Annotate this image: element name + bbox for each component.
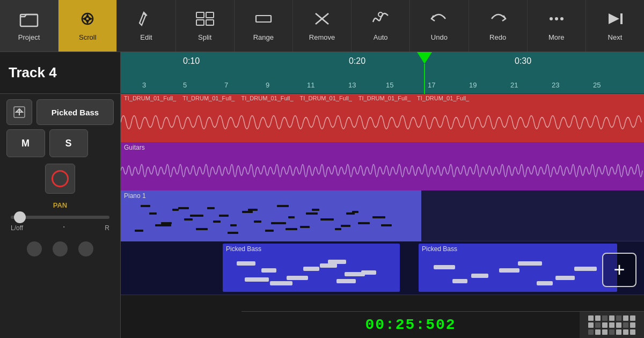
sidebar: Track 4 Picked Bass M S PAN xyxy=(0,52,121,338)
ruler-time-030: 0:30 xyxy=(515,56,531,66)
svg-point-15 xyxy=(550,17,553,20)
pan-knob[interactable] xyxy=(14,211,26,223)
r-label: R xyxy=(105,224,109,232)
grid-col-3 xyxy=(602,315,608,335)
scroll-label: Scroll xyxy=(79,33,97,41)
drum-track-lane[interactable]: TI_DRUM_01_Full_ TI_DRUM_01_Full_ TI_DRU… xyxy=(121,94,644,142)
grid-cell xyxy=(623,322,628,328)
grid-cell xyxy=(616,329,621,335)
add-track-button[interactable]: + xyxy=(602,253,636,287)
svg-point-17 xyxy=(560,17,564,20)
grid-cell xyxy=(630,329,635,335)
toolbar-split-btn[interactable]: Split xyxy=(176,0,235,52)
piano-track-lane[interactable]: Piano 1 xyxy=(121,190,644,241)
range-icon xyxy=(254,10,273,30)
track-name-button[interactable]: Picked Bass xyxy=(36,99,114,125)
edit-icon xyxy=(136,10,156,30)
record-row xyxy=(6,164,114,194)
beat-3: 3 xyxy=(142,81,146,89)
playhead-line xyxy=(424,64,425,94)
solo-button[interactable]: S xyxy=(49,129,88,157)
ruler-time-010: 0:10 xyxy=(183,56,200,66)
toolbar-more-btn[interactable]: More xyxy=(528,0,586,52)
split-icon xyxy=(195,10,215,30)
record-button[interactable] xyxy=(45,164,75,194)
beat-23: 23 xyxy=(552,81,559,89)
grid-col-5 xyxy=(616,315,621,335)
ruler-time-020: 0:20 xyxy=(349,56,365,66)
toolbar-range-btn[interactable]: Range xyxy=(235,0,293,52)
toolbar-remove-btn[interactable]: Remove xyxy=(293,0,352,52)
drum-clip[interactable]: TI_DRUM_01_Full_ TI_DRUM_01_Full_ TI_DRU… xyxy=(121,94,644,142)
drum-clip-label-5: TI_DRUM_01_Full_ xyxy=(355,94,414,102)
grid-cell xyxy=(623,315,628,321)
svg-rect-11 xyxy=(256,16,271,22)
grid-cell xyxy=(609,315,614,321)
bass-clip-2[interactable]: Picked Bass xyxy=(419,244,617,292)
grid-cell xyxy=(630,315,635,321)
grid-cell xyxy=(602,322,608,328)
more-label: More xyxy=(548,33,565,41)
grid-col-4 xyxy=(609,315,614,335)
grid-cell xyxy=(595,315,601,321)
grid-col-2 xyxy=(595,315,601,335)
drum-clip-label-4: TI_DRUM_01_Full_ xyxy=(297,94,355,102)
grid-cell xyxy=(588,322,594,328)
beat-25: 25 xyxy=(593,81,601,89)
grid-cell xyxy=(602,329,608,335)
redo-icon xyxy=(488,10,508,30)
dot-btn-3[interactable] xyxy=(78,241,93,256)
tracks-container: TI_DRUM_01_Full_ TI_DRUM_01_Full_ TI_DRU… xyxy=(121,94,644,338)
grid-cell xyxy=(616,315,621,321)
svg-rect-9 xyxy=(196,20,204,25)
beat-11: 11 xyxy=(307,81,314,89)
dot-btn-2[interactable] xyxy=(53,241,68,256)
piano-clip-label: Piano 1 xyxy=(121,190,421,201)
guitar-waveform xyxy=(121,153,644,188)
beat-17: 17 xyxy=(428,81,435,89)
toolbar-next-btn[interactable]: Next xyxy=(586,0,644,52)
toolbar-edit-btn[interactable]: Edit xyxy=(117,0,175,52)
svg-rect-10 xyxy=(206,20,214,25)
toolbar-redo-btn[interactable]: Redo xyxy=(469,0,528,52)
toolbar-undo-btn[interactable]: Undo xyxy=(410,0,469,52)
svg-rect-7 xyxy=(196,12,204,18)
grid-cell xyxy=(609,322,614,328)
toolbar-scroll-btn[interactable]: Scroll xyxy=(58,0,117,52)
beat-7: 7 xyxy=(224,81,228,89)
redo-label: Redo xyxy=(489,33,506,41)
grid-cell xyxy=(616,322,621,328)
grid-cell xyxy=(609,329,614,335)
drum-clip-label-2: TI_DRUM_01_Full_ xyxy=(179,94,238,102)
pan-slider[interactable] xyxy=(11,216,109,219)
toolbar-project-btn[interactable]: Project xyxy=(0,0,58,52)
drum-clip-label-1: TI_DRUM_01_Full_ xyxy=(121,94,179,102)
next-icon xyxy=(605,10,625,30)
remove-icon xyxy=(312,10,332,30)
auto-icon xyxy=(371,10,390,30)
mute-button[interactable]: M xyxy=(6,129,45,157)
project-label: Project xyxy=(18,33,40,41)
bass-track-lane[interactable]: Picked Bass xyxy=(121,241,644,295)
beat-5: 5 xyxy=(183,81,187,89)
scroll-icon xyxy=(78,10,97,30)
edit-label: Edit xyxy=(140,33,152,41)
range-label: Range xyxy=(253,33,274,41)
sidebar-controls: Picked Bass M S PAN L/off • R xyxy=(0,94,120,262)
guitar-track-lane[interactable]: Guitars xyxy=(121,142,644,190)
svg-rect-8 xyxy=(206,12,214,18)
guitar-clip[interactable]: Guitars xyxy=(121,142,644,190)
grid-col-1 xyxy=(588,315,594,335)
beat-21: 21 xyxy=(510,81,518,89)
export-button[interactable] xyxy=(6,99,32,125)
lr-row: L/off • R xyxy=(6,223,114,233)
bass-clip-1[interactable]: Picked Bass xyxy=(223,244,400,292)
dot-btn-1[interactable] xyxy=(27,241,42,256)
bass-roll-1 xyxy=(228,254,394,290)
toolbar-auto-btn[interactable]: Auto xyxy=(352,0,410,52)
piano-clip[interactable]: Piano 1 xyxy=(121,190,421,241)
grid-cell xyxy=(623,329,628,335)
beat-9: 9 xyxy=(266,81,269,89)
ruler[interactable]: 0:10 0:20 0:30 0:40 3 5 7 9 11 13 15 17 … xyxy=(121,52,644,94)
record-circle-icon xyxy=(52,170,69,187)
